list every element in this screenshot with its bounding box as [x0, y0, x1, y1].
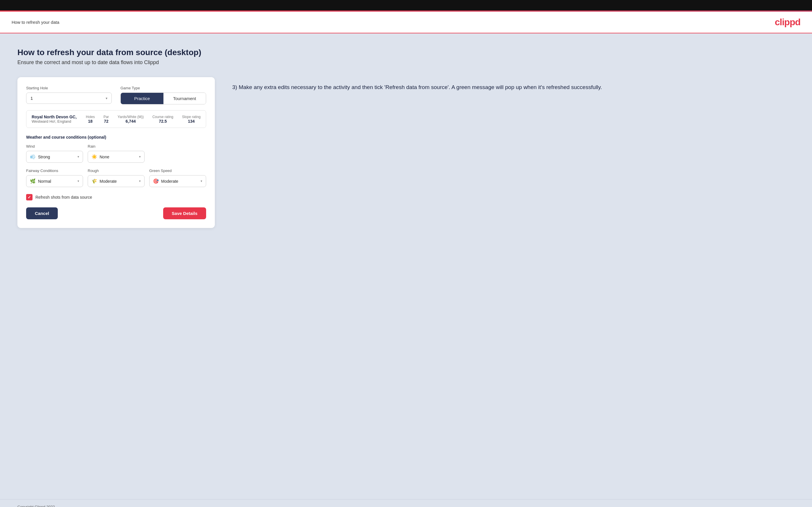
rain-label: Rain: [88, 144, 145, 149]
cancel-button[interactable]: Cancel: [26, 207, 58, 219]
holes-label: Holes: [86, 115, 95, 119]
button-row: Cancel Save Details: [26, 207, 206, 219]
slope-rating-stat: Slope rating 134: [182, 115, 201, 123]
rain-value: None: [100, 155, 137, 159]
fairway-select[interactable]: 🌿 Normal ▾: [26, 175, 83, 187]
rough-label: Rough: [88, 169, 145, 173]
wind-label: Wind: [26, 144, 83, 149]
save-button[interactable]: Save Details: [163, 207, 206, 219]
fairway-group: Fairway Conditions 🌿 Normal ▾: [26, 169, 83, 187]
side-instructions: 3) Make any extra edits necessary to the…: [232, 77, 795, 91]
wind-arrow-icon: ▾: [78, 155, 79, 159]
game-type-group: Game Type Practice Tournament: [120, 86, 206, 104]
course-info-row: Royal North Devon GC, Westward Ho!, Engl…: [26, 110, 206, 128]
page-heading: How to refresh your data from source (de…: [17, 48, 795, 57]
copyright: Copyright Clippd 2022: [17, 505, 55, 507]
logo: clippd: [775, 17, 800, 27]
wind-value: Strong: [38, 155, 75, 159]
yards-label: Yards/White (M)): [117, 115, 144, 119]
tournament-button[interactable]: Tournament: [163, 93, 206, 104]
starting-hole-group: Starting Hole 1 ▾: [26, 86, 112, 104]
starting-hole-value: 1: [31, 96, 106, 101]
refresh-label: Refresh shots from data source: [36, 195, 92, 200]
weather-row: Wind 💨 Strong ▾ Rain ☀️ None ▾: [26, 144, 206, 163]
wind-select[interactable]: 💨 Strong ▾: [26, 151, 83, 163]
form-card: Starting Hole 1 ▾ Game Type Practice Tou…: [17, 77, 215, 228]
starting-hole-arrow-icon: ▾: [106, 96, 107, 100]
rough-icon: 🌾: [92, 178, 97, 184]
fairway-icon: 🌿: [30, 178, 36, 184]
course-rating-stat: Course rating 72.5: [152, 115, 173, 123]
weather-section-title: Weather and course conditions (optional): [26, 135, 206, 139]
course-location: Westward Ho!, England: [32, 119, 77, 123]
content-row: Starting Hole 1 ▾ Game Type Practice Tou…: [17, 77, 795, 228]
instructions-text: 3) Make any extra edits necessary to the…: [232, 83, 795, 91]
refresh-checkbox-row[interactable]: Refresh shots from data source: [26, 194, 206, 201]
fairway-label: Fairway Conditions: [26, 169, 83, 173]
header: How to refresh your data clippd: [0, 12, 812, 33]
page-subheading: Ensure the correct and most up to date d…: [17, 59, 795, 65]
green-speed-arrow-icon: ▾: [201, 179, 202, 183]
top-bar: [0, 0, 812, 10]
par-value: 72: [103, 119, 109, 123]
rain-select[interactable]: ☀️ None ▾: [88, 151, 145, 163]
rough-value: Moderate: [100, 179, 137, 184]
rain-group: Rain ☀️ None ▾: [88, 144, 145, 163]
green-speed-group: Green Speed 🎯 Moderate ▾: [149, 169, 206, 187]
green-speed-label: Green Speed: [149, 169, 206, 173]
green-speed-icon: 🎯: [153, 178, 159, 184]
wind-group: Wind 💨 Strong ▾: [26, 144, 83, 163]
course-info-text: Royal North Devon GC, Westward Ho!, Engl…: [32, 115, 77, 123]
starting-hole-select[interactable]: 1 ▾: [26, 93, 112, 104]
course-stats: Holes 18 Par 72 Yards/White (M)) 6,744 C…: [86, 115, 201, 123]
course-rating-label: Course rating: [152, 115, 173, 119]
par-label: Par: [103, 115, 109, 119]
yards-value: 6,744: [117, 119, 144, 123]
green-speed-select[interactable]: 🎯 Moderate ▾: [149, 175, 206, 187]
practice-button[interactable]: Practice: [121, 93, 163, 104]
conditions-row: Fairway Conditions 🌿 Normal ▾ Rough 🌾 Mo…: [26, 169, 206, 187]
fairway-arrow-icon: ▾: [78, 179, 79, 183]
rough-group: Rough 🌾 Moderate ▾: [88, 169, 145, 187]
rain-arrow-icon: ▾: [139, 155, 141, 159]
starting-hole-label: Starting Hole: [26, 86, 112, 90]
rough-select[interactable]: 🌾 Moderate ▾: [88, 175, 145, 187]
course-name: Royal North Devon GC,: [32, 115, 77, 119]
footer: Copyright Clippd 2022: [0, 499, 812, 507]
form-top-row: Starting Hole 1 ▾ Game Type Practice Tou…: [26, 86, 206, 104]
main-content: How to refresh your data from source (de…: [0, 33, 812, 499]
breadcrumb: How to refresh your data: [12, 20, 59, 25]
slope-rating-label: Slope rating: [182, 115, 201, 119]
game-type-label: Game Type: [120, 86, 206, 90]
fairway-value: Normal: [38, 179, 75, 184]
holes-value: 18: [86, 119, 95, 123]
refresh-checkbox[interactable]: [26, 194, 33, 201]
holes-stat: Holes 18: [86, 115, 95, 123]
rough-arrow-icon: ▾: [139, 179, 141, 183]
slope-rating-value: 134: [182, 119, 201, 123]
wind-icon: 💨: [30, 154, 36, 160]
yards-stat: Yards/White (M)) 6,744: [117, 115, 144, 123]
game-type-toggle: Practice Tournament: [120, 93, 206, 104]
rain-icon: ☀️: [92, 154, 97, 160]
course-rating-value: 72.5: [152, 119, 173, 123]
green-speed-value: Moderate: [161, 179, 198, 184]
par-stat: Par 72: [103, 115, 109, 123]
